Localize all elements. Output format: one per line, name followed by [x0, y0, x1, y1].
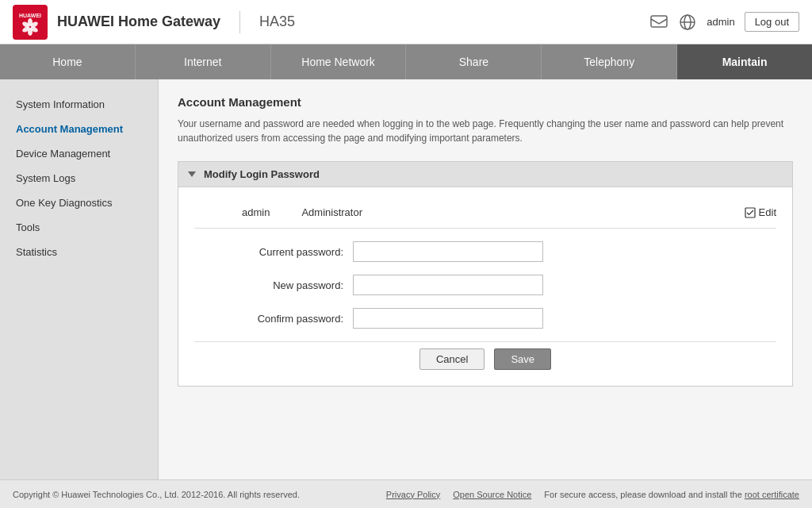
sidebar: System Information Account Management De… [0, 79, 159, 479]
cancel-button[interactable]: Cancel [419, 348, 485, 370]
confirm-password-row: Confirm password: [194, 308, 776, 329]
section-desc: Your username and password are needed wh… [178, 117, 793, 145]
nav-item-internet[interactable]: Internet [136, 44, 271, 79]
sidebar-item-tools[interactable]: Tools [0, 215, 158, 240]
collapse-icon[interactable] [188, 171, 196, 177]
sidebar-item-system-logs[interactable]: System Logs [0, 166, 158, 190]
edit-label: Edit [759, 206, 776, 218]
confirm-password-label: Confirm password: [226, 313, 353, 325]
user-row: admin Administrator Edit [194, 200, 776, 229]
nav-bar: Home Internet Home Network Share Telepho… [0, 44, 812, 79]
footer: Copyright © Huawei Technologies Co., Ltd… [0, 479, 812, 508]
sms-icon[interactable] [649, 13, 668, 32]
header-brand: HUAWEI Home Gateway [57, 13, 220, 30]
header: HUAWEI HUAWEI Home Gateway HA35 [0, 0, 812, 44]
confirm-password-input[interactable] [353, 308, 543, 329]
huawei-logo: HUAWEI [13, 5, 48, 40]
nav-item-share[interactable]: Share [406, 44, 542, 79]
modify-password-panel: Modify Login Password admin Administrato… [178, 161, 793, 387]
current-password-label: Current password: [226, 246, 353, 258]
svg-text:HUAWEI: HUAWEI [19, 13, 41, 18]
new-password-input[interactable] [353, 275, 543, 295]
sidebar-item-device-management[interactable]: Device Management [0, 141, 158, 166]
nav-item-maintain[interactable]: Maintain [677, 44, 812, 79]
svg-rect-8 [651, 16, 667, 27]
new-password-row: New password: [194, 275, 776, 295]
current-password-input[interactable] [353, 241, 543, 262]
root-certificate-link[interactable]: root certificate [745, 490, 799, 499]
panel-body: admin Administrator Edit Current passwor… [178, 187, 792, 386]
edit-link[interactable]: Edit [745, 206, 776, 218]
current-password-row: Current password: [194, 241, 776, 262]
section-title: Account Management [178, 95, 793, 109]
panel-title: Modify Login Password [204, 168, 320, 180]
user-role: Administrator [301, 206, 362, 218]
main-content: Account Management Your username and pas… [159, 79, 812, 479]
nav-item-home[interactable]: Home [0, 44, 136, 79]
header-divider [239, 11, 240, 33]
footer-links: Privacy Policy Open Source Notice For se… [386, 490, 799, 499]
open-source-notice-link[interactable]: Open Source Notice [453, 490, 531, 499]
save-button[interactable]: Save [494, 348, 551, 370]
nav-item-telephony[interactable]: Telephony [542, 44, 677, 79]
button-row: Cancel Save [194, 341, 776, 373]
user-name: admin [242, 206, 270, 218]
edit-icon [745, 207, 756, 218]
svg-rect-12 [745, 208, 755, 217]
header-right: admin Log out [649, 12, 799, 32]
sidebar-item-one-key-diagnostics[interactable]: One Key Diagnostics [0, 190, 158, 215]
sidebar-item-system-info[interactable]: System Information [0, 92, 158, 117]
sidebar-item-account-management[interactable]: Account Management [0, 117, 158, 141]
logo-area: HUAWEI HUAWEI Home Gateway HA35 [13, 5, 295, 40]
secure-access-text: For secure access, please download and i… [544, 490, 799, 499]
logout-button[interactable]: Log out [745, 12, 799, 32]
admin-label: admin [707, 16, 734, 28]
main-layout: System Information Account Management De… [0, 79, 812, 479]
nav-item-home-network[interactable]: Home Network [271, 44, 407, 79]
header-model: HA35 [259, 13, 295, 30]
panel-header: Modify Login Password [178, 162, 792, 187]
globe-icon[interactable] [678, 13, 697, 32]
new-password-label: New password: [226, 279, 353, 291]
sidebar-item-statistics[interactable]: Statistics [0, 240, 158, 264]
privacy-policy-link[interactable]: Privacy Policy [386, 490, 440, 499]
copyright-text: Copyright © Huawei Technologies Co., Ltd… [13, 490, 300, 499]
